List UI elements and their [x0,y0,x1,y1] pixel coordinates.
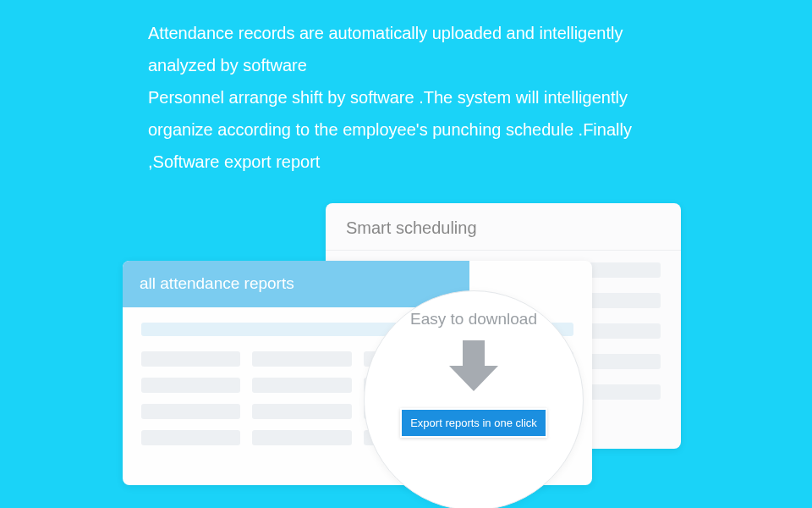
placeholder-cell [252,430,351,445]
download-callout-title: Easy to download [410,310,537,329]
placeholder-cell [141,378,240,393]
placeholder-cell [252,351,351,367]
description-line-1: Attendance records are automatically upl… [148,17,672,81]
placeholder-cell [252,378,351,393]
smart-scheduling-title: Smart scheduling [326,203,681,251]
description-line-2: Personnel arrange shift by software .The… [148,81,672,178]
placeholder-cell [141,430,240,445]
export-reports-button[interactable]: Export reports in one click [400,408,547,438]
placeholder-cell [141,351,240,367]
placeholder-cell [141,404,240,419]
attendance-reports-title: all attendance reports [123,261,469,307]
download-arrow-icon [444,337,503,398]
placeholder-cell [252,404,351,419]
download-callout: Easy to download Export reports in one c… [364,290,584,508]
feature-description: Attendance records are automatically upl… [148,17,672,178]
